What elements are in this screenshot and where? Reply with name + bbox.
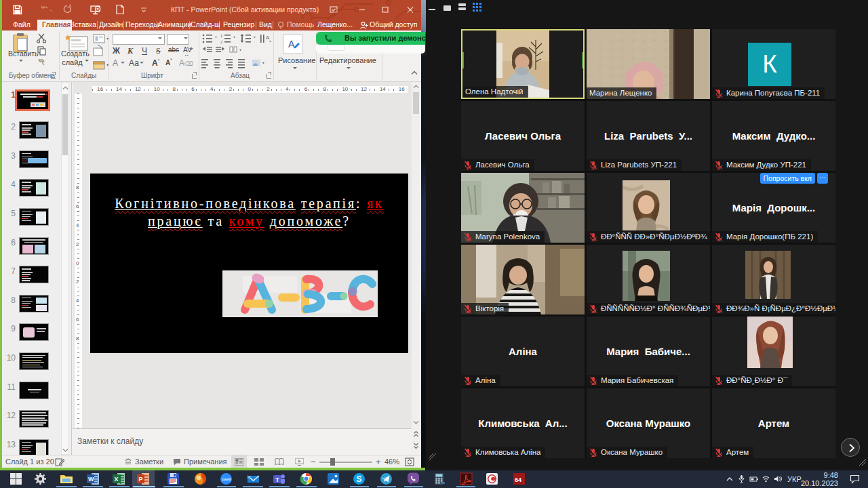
svg-text:1: 1 bbox=[220, 34, 223, 38]
svg-text:2: 2 bbox=[220, 40, 223, 44]
svg-text:А: А bbox=[288, 39, 295, 49]
svg-text:S: S bbox=[357, 474, 362, 484]
svg-text:W: W bbox=[88, 476, 94, 483]
svg-text:P: P bbox=[139, 476, 143, 483]
svg-text:zoom: zoom bbox=[222, 477, 231, 481]
svg-text:64: 64 bbox=[515, 476, 521, 483]
svg-text:А: А bbox=[266, 35, 270, 41]
svg-text:X: X bbox=[115, 476, 119, 483]
svg-text:T: T bbox=[275, 476, 279, 483]
